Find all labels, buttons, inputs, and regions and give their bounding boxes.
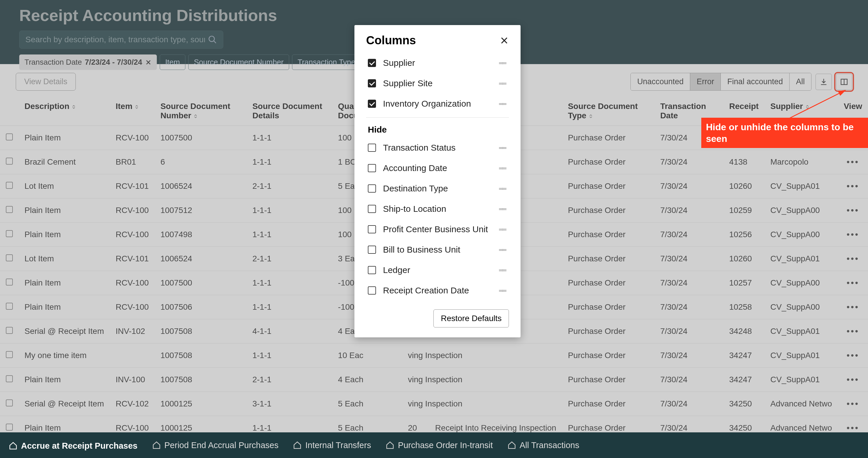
row-actions-menu[interactable]: ••• xyxy=(847,157,860,167)
cell-source-doc-details: 1-1-1 xyxy=(247,295,332,319)
drag-handle-icon[interactable]: ══ xyxy=(499,165,507,172)
row-checkbox[interactable] xyxy=(6,158,13,165)
table-row[interactable]: Plain Item INV-100 1007508 2-1-1 4 Each … xyxy=(0,368,868,392)
drag-handle-icon[interactable]: ══ xyxy=(499,247,507,253)
header-item[interactable]: Item xyxy=(110,96,155,126)
cell-source-doc-details: 2-1-1 xyxy=(247,247,332,271)
column-item[interactable]: Ship-to Location ══ xyxy=(366,199,509,219)
filter-chip-transaction-type[interactable]: Transaction Type xyxy=(292,55,361,70)
header-description[interactable]: Description xyxy=(19,96,110,126)
column-checkbox[interactable] xyxy=(368,185,376,193)
row-checkbox[interactable] xyxy=(6,230,13,237)
drag-handle-icon[interactable]: ══ xyxy=(499,80,507,87)
row-checkbox[interactable] xyxy=(6,375,13,382)
table-row[interactable]: Serial @ Receipt Item RCV-102 1000125 3-… xyxy=(0,392,868,416)
cell-item: INV-102 xyxy=(110,319,155,344)
download-button[interactable] xyxy=(815,74,832,90)
column-item[interactable]: Destination Type ══ xyxy=(366,178,509,199)
row-actions-menu[interactable]: ••• xyxy=(847,351,860,360)
close-icon[interactable] xyxy=(500,36,509,45)
row-actions-menu[interactable]: ••• xyxy=(847,326,860,336)
row-actions-menu[interactable]: ••• xyxy=(847,399,860,408)
drag-handle-icon[interactable]: ══ xyxy=(499,144,507,151)
column-checkbox[interactable] xyxy=(368,59,376,67)
row-checkbox[interactable] xyxy=(6,424,13,431)
row-actions-menu[interactable]: ••• xyxy=(847,423,860,433)
column-item[interactable]: Profit Center Business Unit ══ xyxy=(366,219,509,239)
drag-handle-icon[interactable]: ══ xyxy=(499,287,507,294)
column-item[interactable]: Ledger ══ xyxy=(366,260,509,280)
row-checkbox[interactable] xyxy=(6,254,13,261)
annotation-callout: Hide or unhide the columns to be seen xyxy=(701,118,868,148)
row-actions-menu[interactable]: ••• xyxy=(847,302,860,312)
nav-period-end[interactable]: Period End Accrual Purchases xyxy=(152,437,279,453)
segment-error[interactable]: Error xyxy=(690,73,721,90)
header-source-doc-details[interactable]: Source Document Details xyxy=(247,96,332,126)
columns-toggle-button[interactable] xyxy=(836,74,852,90)
row-checkbox[interactable] xyxy=(6,279,13,286)
row-checkbox[interactable] xyxy=(6,303,13,310)
nav-po-intransit[interactable]: Purchase Order In-transit xyxy=(385,437,493,453)
filter-chip-item[interactable]: Item xyxy=(160,55,186,70)
row-actions-menu[interactable]: ••• xyxy=(847,278,860,288)
nav-accrue-receipt[interactable]: Accrue at Receipt Purchases xyxy=(9,438,137,458)
segment-unaccounted[interactable]: Unaccounted xyxy=(631,73,690,90)
header-source-doc-number[interactable]: Source Document Number xyxy=(154,96,247,126)
restore-defaults-button[interactable]: Restore Defaults xyxy=(433,309,509,327)
column-item[interactable]: Supplier Site ══ xyxy=(366,73,509,94)
search-icon[interactable] xyxy=(208,35,217,44)
column-checkbox[interactable] xyxy=(368,286,376,295)
column-item[interactable]: Accounting Date ══ xyxy=(366,158,509,178)
column-item[interactable]: Receipt Creation Date ══ xyxy=(366,280,509,301)
filter-chip-transaction-date[interactable]: Transaction Date 7/23/24 - 7/30/24 xyxy=(19,55,157,70)
search-input[interactable] xyxy=(25,35,205,44)
table-row[interactable]: My one time item 1007508 1-1-1 10 Eac vi… xyxy=(0,344,868,368)
drag-handle-icon[interactable]: ══ xyxy=(499,60,507,66)
drag-handle-icon[interactable]: ══ xyxy=(499,206,507,212)
row-actions-menu[interactable]: ••• xyxy=(847,205,860,215)
close-icon[interactable] xyxy=(145,59,152,66)
drag-handle-icon[interactable]: ══ xyxy=(499,185,507,192)
row-checkbox[interactable] xyxy=(6,206,13,213)
column-checkbox[interactable] xyxy=(368,266,376,274)
cell-supplier: CV_SuppA00 xyxy=(765,198,838,223)
column-checkbox[interactable] xyxy=(368,205,376,213)
segment-final-accounted[interactable]: Final accounted xyxy=(721,73,789,90)
row-actions-menu[interactable]: ••• xyxy=(847,254,860,263)
column-checkbox[interactable] xyxy=(368,164,376,172)
column-checkbox[interactable] xyxy=(368,246,376,254)
row-actions-menu[interactable]: ••• xyxy=(847,230,860,239)
header-source-doc-type[interactable]: Source Document Type xyxy=(562,96,654,126)
cell-source-doc-number: 1007508 xyxy=(154,368,247,392)
column-checkbox[interactable] xyxy=(368,144,376,152)
column-item[interactable]: Bill to Business Unit ══ xyxy=(366,239,509,260)
row-actions-menu[interactable]: ••• xyxy=(847,375,860,384)
drag-handle-icon[interactable]: ══ xyxy=(499,226,507,233)
row-checkbox[interactable] xyxy=(6,327,13,334)
column-checkbox[interactable] xyxy=(368,79,376,88)
view-details-button[interactable]: View Details xyxy=(16,73,76,91)
header-select-all[interactable] xyxy=(0,96,19,126)
row-checkbox[interactable] xyxy=(6,133,13,140)
row-checkbox[interactable] xyxy=(6,399,13,406)
column-item[interactable]: Inventory Organization ══ xyxy=(366,94,509,114)
cell-source-doc-number: 1006524 xyxy=(154,174,247,198)
svg-line-1 xyxy=(214,41,216,43)
column-item[interactable]: Transaction Status ══ xyxy=(366,137,509,158)
drag-handle-icon[interactable]: ══ xyxy=(499,267,507,273)
cell-source-doc-type: Purchase Order xyxy=(562,174,654,198)
nav-internal-transfers[interactable]: Internal Transfers xyxy=(293,437,371,453)
row-checkbox[interactable] xyxy=(6,351,13,358)
row-checkbox[interactable] xyxy=(6,182,13,189)
filter-chip-source-doc-number[interactable]: Source Document Number xyxy=(188,55,289,70)
cell-transaction-type: ving Inspection xyxy=(402,368,562,392)
nav-all-transactions[interactable]: All Transactions xyxy=(507,437,580,453)
column-item[interactable]: Supplier ══ xyxy=(366,53,509,73)
column-checkbox[interactable] xyxy=(368,225,376,233)
cell-supplier: Advanced Netwo xyxy=(765,392,838,416)
drag-handle-icon[interactable]: ══ xyxy=(499,100,507,107)
segment-all[interactable]: All xyxy=(789,73,811,90)
row-actions-menu[interactable]: ••• xyxy=(847,181,860,191)
search-box[interactable] xyxy=(19,31,223,48)
column-checkbox[interactable] xyxy=(368,100,376,108)
